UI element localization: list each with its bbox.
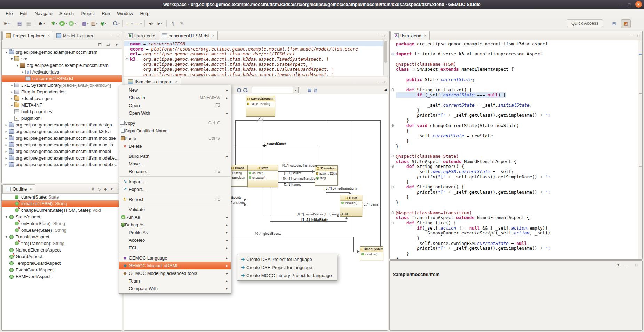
zoom-out-icon[interactable]: [243, 88, 249, 93]
expand-arrow-icon[interactable]: [4, 50, 9, 54]
tree-row[interactable]: Activator.java: [2, 69, 122, 75]
maximize-view-button[interactable]: □: [635, 33, 642, 38]
outline-row[interactable]: A GuardAspect: [2, 253, 122, 260]
view-menu-button[interactable]: ▾: [113, 42, 120, 47]
minimize-view-button[interactable]: ─: [109, 33, 115, 38]
menubar-item[interactable]: Run: [98, 9, 113, 18]
context-menu-item[interactable]: Open With: [119, 109, 231, 117]
expand-arrow-icon[interactable]: [4, 136, 9, 140]
run-history-button[interactable]: ▶▾: [68, 19, 77, 28]
fold-marker-icon[interactable]: [390, 154, 396, 158]
class-box-timedsystem[interactable]: TimedSystem initialize(): [360, 246, 383, 260]
context-menu-item[interactable]: Export...: [119, 185, 231, 193]
context-menu-item[interactable]: Refresh F5: [119, 195, 231, 203]
expand-arrow-icon[interactable]: [9, 83, 14, 87]
hide-static-button[interactable]: ◆: [102, 186, 109, 192]
expand-arrow-icon[interactable]: [4, 163, 9, 167]
vertical-scrollbar[interactable]: [383, 40, 388, 76]
expand-arrow-icon[interactable]: [4, 123, 9, 127]
forward-button[interactable]: ▶▾: [156, 19, 164, 28]
close-tab-icon[interactable]: ×: [47, 33, 49, 38]
outline-row[interactable]: S changeCurrentState(TFSM, State) : void: [2, 207, 122, 214]
quick-access-button[interactable]: Quick Access: [567, 19, 603, 27]
submenu-item[interactable]: Create MOCC Library Project for language: [237, 271, 337, 279]
expand-arrow-icon[interactable]: [9, 96, 14, 100]
context-menu-item[interactable]: Open F3: [119, 101, 231, 109]
tab-tfsm-ecore[interactable]: tfsm.ecore: [125, 31, 159, 40]
outline-row[interactable]: FSMEventAspect: [2, 273, 122, 280]
fold-marker-icon[interactable]: [390, 221, 396, 225]
annotation-mark[interactable]: [639, 93, 642, 94]
outline-row[interactable]: StateAspect: [2, 214, 122, 220]
view-menu-button[interactable]: ▾: [109, 186, 115, 192]
context-menu-item[interactable]: Acceleo: [119, 236, 231, 244]
next-annotation-button[interactable]: →▾: [134, 19, 142, 28]
tab-outline[interactable]: Outline ×: [2, 184, 35, 193]
tab-tfsm-xtend[interactable]: tfsm.xtend ×: [390, 31, 430, 40]
minimize-view-button[interactable]: ─: [374, 79, 381, 84]
menubar-item[interactable]: File: [2, 9, 16, 18]
run-button[interactable]: ▶▾: [59, 19, 67, 28]
maximize-button[interactable]: [626, 1, 633, 8]
search-button[interactable]: ▾: [112, 19, 120, 28]
context-menu-item[interactable]: Validate: [119, 206, 231, 213]
tree-row[interactable]: org.eclipse.gemoc.example.moccml.tfsm: [2, 49, 122, 55]
tree-row[interactable]: plugin.xml: [2, 115, 122, 122]
expand-arrow-icon[interactable]: [4, 130, 9, 133]
fold-marker-icon[interactable]: [390, 52, 396, 56]
context-menu-item[interactable]: Run As: [119, 213, 231, 221]
expand-arrow-icon[interactable]: [4, 143, 9, 147]
new-package-button[interactable]: ▨▾: [90, 19, 98, 28]
view-menu-button[interactable]: ▾: [615, 262, 621, 268]
new-java-project-button[interactable]: ▩▾: [81, 19, 89, 28]
context-menu-item[interactable]: Profile As: [119, 229, 231, 236]
layers-icon[interactable]: ▦: [306, 88, 312, 93]
tree-row[interactable]: org.eclipse.gemoc.example.moccml.tfsm.k3…: [2, 128, 122, 135]
class-box-transition[interactable]: Transition action : EString fire(): [315, 165, 338, 186]
save-all-button[interactable]: ▦: [24, 19, 33, 28]
annotation-mark[interactable]: [639, 54, 642, 55]
save-button[interactable]: ▦: [15, 19, 24, 28]
tab-model-explorer[interactable]: Model Explorer: [53, 31, 96, 40]
debug-button[interactable]: ✱▾: [50, 19, 58, 28]
menubar-item[interactable]: Window: [113, 9, 136, 18]
outline-row[interactable]: S onEnter(State) : String: [2, 220, 122, 227]
submenu-item[interactable]: Create DSE Project for language: [237, 263, 337, 271]
class-box-state[interactable]: State onEnter() onLeave(): [247, 165, 278, 187]
outline-row[interactable]: TemporalGuardAspect: [2, 260, 122, 267]
new-class-button[interactable]: ◉▾: [99, 19, 108, 28]
tree-row[interactable]: JRE System Library [oracle-java8-jdk-amd…: [2, 82, 122, 88]
close-tab-icon[interactable]: ×: [30, 187, 32, 191]
context-menu-item[interactable]: Copy Qualified Name: [119, 127, 231, 134]
outline-row[interactable]: currentState : State: [2, 194, 122, 200]
fold-marker-icon[interactable]: [390, 211, 396, 215]
context-menu-item[interactable]: Move...: [119, 160, 231, 168]
zoom-in-icon[interactable]: [237, 88, 243, 93]
menubar-item[interactable]: Help: [136, 9, 153, 18]
dsl-code-area[interactable]: name = concurrentTFSM ecore = platform:/…: [124, 40, 388, 76]
tab-concurrenttfsm-dsl[interactable]: concurrentTFSM.dsl ×: [159, 31, 218, 40]
tree-row[interactable]: concurrentTFSM.dsl: [2, 75, 122, 82]
context-menu-item[interactable]: GEMOC Modeling advanced tools: [119, 269, 231, 277]
context-menu-item[interactable]: Show In Maj+Alt+W: [119, 94, 231, 101]
sort-button[interactable]: ⇅: [90, 186, 96, 192]
close-button[interactable]: [635, 1, 642, 8]
expand-arrow-icon[interactable]: [9, 57, 14, 61]
context-menu-item[interactable]: Compare With: [119, 285, 231, 292]
expand-arrow-icon[interactable]: [4, 156, 9, 160]
outline-row[interactable]: TransitionAspect: [2, 233, 122, 240]
tree-row[interactable]: org.eclipse.gemoc.example.moccml.tfsm.mo…: [2, 135, 122, 141]
context-menu-item[interactable]: GEMOC Moccml xDSML: [119, 262, 231, 269]
context-menu-item[interactable]: Team: [119, 277, 231, 285]
outline-row[interactable]: NamedElementAspect: [2, 247, 122, 253]
filters-icon[interactable]: ▧: [312, 88, 319, 93]
scrollbar-thumb[interactable]: [384, 41, 387, 63]
tree-row[interactable]: src: [2, 55, 122, 62]
context-menu-item[interactable]: ECL: [119, 244, 231, 252]
maximize-view-button[interactable]: □: [381, 33, 387, 38]
context-menu-item[interactable]: Copy Ctrl+C: [119, 119, 231, 127]
close-tab-icon[interactable]: ×: [175, 79, 177, 84]
context-menu-item[interactable]: Import...: [119, 178, 231, 185]
minimize-view-button[interactable]: ─: [374, 33, 381, 38]
prev-annotation-button[interactable]: ←▾: [125, 19, 133, 28]
